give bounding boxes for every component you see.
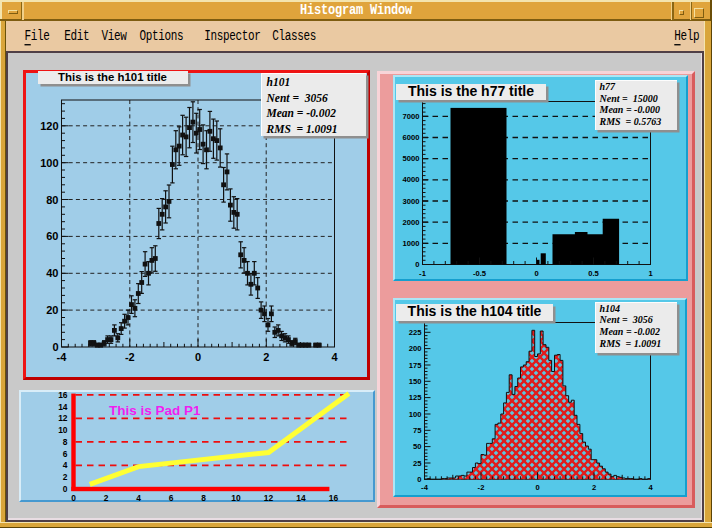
svg-text:2: 2	[591, 483, 595, 492]
svg-text:60: 60	[46, 230, 58, 242]
svg-text:2: 2	[103, 493, 108, 503]
svg-text:175: 175	[408, 360, 421, 369]
svg-text:200: 200	[408, 344, 421, 353]
svg-text:10: 10	[58, 425, 68, 435]
svg-text:14: 14	[296, 493, 306, 503]
svg-text:6: 6	[62, 448, 67, 458]
svg-text:0: 0	[535, 483, 539, 492]
svg-text:0.5: 0.5	[588, 268, 599, 277]
svg-text:-2: -2	[477, 483, 484, 492]
svg-text:4: 4	[62, 460, 67, 470]
svg-text:2: 2	[62, 472, 67, 482]
svg-text:7000: 7000	[402, 111, 419, 120]
svg-text:150: 150	[408, 376, 421, 385]
svg-text:12: 12	[263, 493, 273, 503]
svg-text:0: 0	[52, 341, 58, 353]
svg-text:16: 16	[58, 389, 68, 399]
svg-text:120: 120	[40, 120, 58, 132]
svg-text:4: 4	[331, 351, 338, 363]
svg-text:225: 225	[408, 327, 421, 336]
svg-text:0: 0	[62, 484, 67, 494]
svg-text:8: 8	[201, 493, 206, 503]
svg-text:16: 16	[328, 493, 338, 503]
svg-text:2: 2	[263, 351, 269, 363]
svg-text:-1: -1	[419, 268, 427, 277]
svg-text:0: 0	[71, 493, 76, 503]
svg-text:2000: 2000	[402, 217, 419, 226]
svg-text:6000: 6000	[402, 133, 419, 142]
svg-text:80: 80	[46, 194, 58, 206]
svg-text:100: 100	[408, 409, 421, 418]
svg-text:This is Pad P1: This is Pad P1	[109, 403, 201, 418]
svg-text:-4: -4	[421, 483, 429, 492]
svg-text:20: 20	[46, 304, 58, 316]
svg-text:-0.5: -0.5	[472, 268, 486, 277]
svg-text:6: 6	[168, 493, 173, 503]
svg-text:10: 10	[231, 493, 241, 503]
svg-text:25: 25	[413, 458, 422, 467]
svg-text:40: 40	[46, 267, 58, 279]
svg-text:8: 8	[62, 436, 67, 446]
svg-text:125: 125	[408, 393, 421, 402]
svg-text:4000: 4000	[402, 175, 419, 184]
svg-text:0: 0	[195, 351, 201, 363]
svg-text:50: 50	[413, 442, 421, 451]
svg-text:0: 0	[415, 260, 419, 269]
svg-text:0: 0	[534, 268, 538, 277]
svg-text:5000: 5000	[402, 154, 419, 163]
svg-text:100: 100	[40, 157, 58, 169]
svg-text:0: 0	[417, 474, 421, 483]
svg-text:1000: 1000	[402, 238, 419, 247]
svg-text:-2: -2	[125, 351, 135, 363]
svg-text:4: 4	[136, 493, 141, 503]
svg-text:4: 4	[648, 483, 653, 492]
svg-text:12: 12	[58, 413, 68, 423]
svg-text:14: 14	[58, 401, 68, 411]
svg-text:3000: 3000	[402, 196, 419, 205]
svg-text:75: 75	[413, 425, 422, 434]
svg-text:1: 1	[648, 268, 653, 277]
